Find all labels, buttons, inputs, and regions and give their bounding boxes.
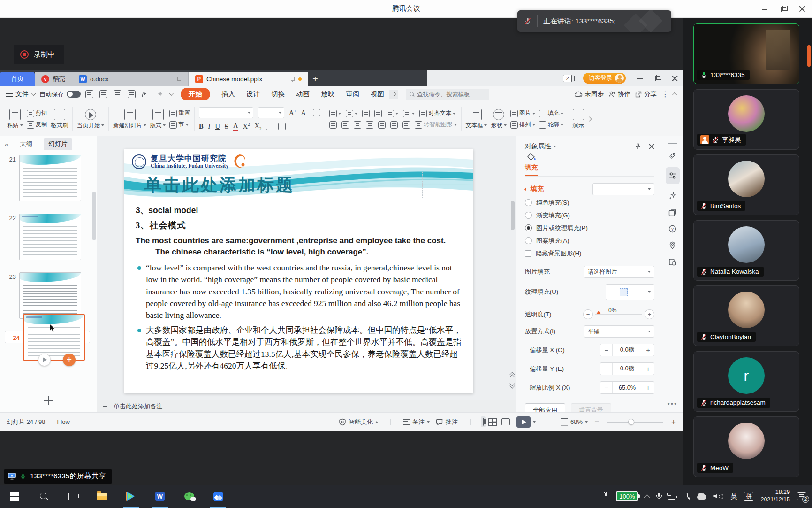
participant-video-6[interactable]: MeoW (693, 416, 799, 477)
participant-video-5[interactable]: r richardappiatsesam (693, 351, 799, 412)
notes-bar[interactable]: 单击此处添加备注 (97, 400, 516, 412)
para-spacing-icon[interactable] (402, 121, 410, 129)
present-tools-button[interactable]: 演示 (572, 109, 584, 130)
highlight-icon[interactable] (278, 123, 286, 130)
zoom-level[interactable]: 68% (561, 418, 588, 426)
network-signal-icon[interactable] (683, 493, 690, 500)
notification-center-icon[interactable]: 2 (797, 492, 806, 500)
zoom-in-button[interactable]: + (671, 420, 676, 424)
language-indicator[interactable]: 英 (730, 492, 737, 501)
paste-button[interactable]: 粘贴 (7, 109, 23, 130)
tab-slides[interactable]: 幻灯片 (44, 138, 72, 150)
next-slide-button[interactable] (509, 382, 516, 388)
copy-button[interactable]: 复制 (27, 121, 47, 129)
layout-button[interactable]: 版式 (150, 109, 166, 130)
play-slideshow-button[interactable] (38, 354, 51, 366)
ribbon-tab-home[interactable]: 开始 (181, 88, 210, 100)
close-button[interactable] (799, 6, 805, 12)
theme-name[interactable]: Flow (57, 418, 69, 425)
picture-fill-select[interactable]: 请选择图片 (584, 266, 654, 278)
columns-icon[interactable] (378, 121, 386, 129)
slide-thumb-23[interactable]: 23 (5, 272, 90, 319)
fill-preview-select[interactable] (592, 183, 654, 195)
normal-view-button[interactable] (483, 418, 484, 426)
ribbon-tab-slideshow[interactable]: 放映 (321, 90, 334, 99)
share-button[interactable]: 分享 (635, 90, 657, 99)
participant-video-4[interactable]: ClaytonBoylan (693, 285, 799, 346)
properties-rail-icon-active[interactable] (666, 167, 680, 184)
superscript-button[interactable]: X2 (243, 122, 250, 131)
taskbar-search-button[interactable] (29, 485, 58, 508)
transparency-slider[interactable]: − 0% + (583, 309, 654, 319)
undo-icon[interactable] (142, 91, 149, 98)
word-button[interactable]: W (145, 485, 175, 508)
ribbon-tab-transition[interactable]: 切换 (271, 90, 285, 99)
align-left-icon[interactable] (329, 121, 337, 129)
outline-button[interactable]: 轮廓 (539, 121, 564, 129)
file-menu[interactable]: 文件 (6, 90, 35, 99)
placement-select[interactable]: 平铺 (584, 325, 654, 338)
slide-thumb-24-selected[interactable]: 24 + (5, 331, 90, 343)
tencent-video-button[interactable] (116, 485, 145, 508)
location-icon[interactable] (668, 240, 677, 250)
hidden-icons-chevron[interactable] (645, 494, 651, 500)
help-icon[interactable]: ? (668, 224, 677, 233)
collaborate-button[interactable]: 协作 (608, 90, 630, 99)
clock[interactable]: 18:29 2021/12/15 (760, 489, 790, 503)
slideshow-button[interactable] (516, 416, 536, 428)
reset-button[interactable]: 重置 (169, 109, 190, 117)
new-slide-button[interactable]: 新建幻灯片 (113, 109, 146, 130)
tab-fill[interactable]: 填充 (525, 153, 538, 176)
more-menu-icon[interactable]: ⋮ (661, 92, 669, 97)
subscript-button[interactable]: X2 (254, 122, 261, 131)
toolbar-expand-icon[interactable] (587, 117, 592, 122)
slide-sorter-view-button[interactable] (488, 418, 497, 425)
pin-icon[interactable] (176, 77, 182, 82)
play-from-current-button[interactable]: 当页开始 (77, 109, 104, 130)
effects-star-icon[interactable] (668, 191, 677, 200)
slide-thumb-22[interactable]: 22 (5, 214, 90, 260)
align-text-button[interactable]: 对齐文本 (419, 109, 455, 117)
wechat-button[interactable] (175, 485, 204, 508)
slider-marker[interactable] (596, 311, 601, 314)
tray-mic-icon[interactable] (656, 493, 661, 500)
ribbon-tab-animation[interactable]: 动画 (296, 90, 310, 99)
collapse-ribbon-icon[interactable] (672, 92, 677, 97)
pin-panel-icon[interactable] (635, 143, 641, 150)
wps-minimize-button[interactable] (637, 75, 643, 81)
bullets-button[interactable] (329, 110, 341, 117)
restore-button[interactable] (780, 6, 787, 12)
zoom-out-button[interactable]: − (594, 420, 599, 424)
quickbar-more-icon[interactable] (169, 91, 174, 96)
comments-button[interactable]: 批注 (436, 418, 458, 426)
strikethrough-button[interactable]: S (225, 123, 228, 131)
option-hide-background[interactable]: 隐藏背景图形(H) (525, 247, 654, 260)
reading-view-button[interactable] (501, 418, 510, 425)
smart-beautify-button[interactable]: 智能美化 (339, 418, 378, 426)
italic-button[interactable]: I (208, 123, 211, 131)
tab-wps-home[interactable]: 首页 (0, 72, 35, 86)
save-icon[interactable] (85, 90, 93, 98)
minimize-button[interactable] (761, 6, 768, 12)
cut-button[interactable]: 剪切 (27, 109, 47, 117)
char-spacing-button[interactable] (403, 110, 415, 117)
fill-section-header[interactable]: 填充 (525, 182, 654, 196)
slide-scrollbar[interactable] (511, 201, 515, 230)
wps-close-button[interactable] (672, 75, 678, 81)
option-pattern-fill[interactable]: 图案填充(A) (525, 234, 654, 247)
texture-fill-select[interactable] (606, 284, 654, 300)
guest-login-button[interactable]: 访客登录 (583, 73, 626, 84)
align-center-icon[interactable] (341, 121, 349, 129)
phonetic-guide-icon[interactable] (266, 123, 273, 130)
command-search[interactable] (406, 89, 489, 100)
underline-button[interactable]: U (215, 123, 220, 131)
participant-video-0[interactable]: 133****6335 (693, 23, 799, 84)
ribbon-tab-insert[interactable]: 插入 (221, 90, 235, 99)
search-input[interactable] (417, 91, 483, 98)
smart-graphic-button[interactable]: 转智能图形 (415, 121, 456, 129)
wps-restore-button[interactable] (654, 75, 660, 81)
transparency-plus[interactable]: + (645, 309, 654, 319)
autosave-toggle[interactable] (67, 91, 81, 98)
pin-icon[interactable] (290, 77, 295, 82)
tencent-meeting-button[interactable] (204, 485, 233, 508)
